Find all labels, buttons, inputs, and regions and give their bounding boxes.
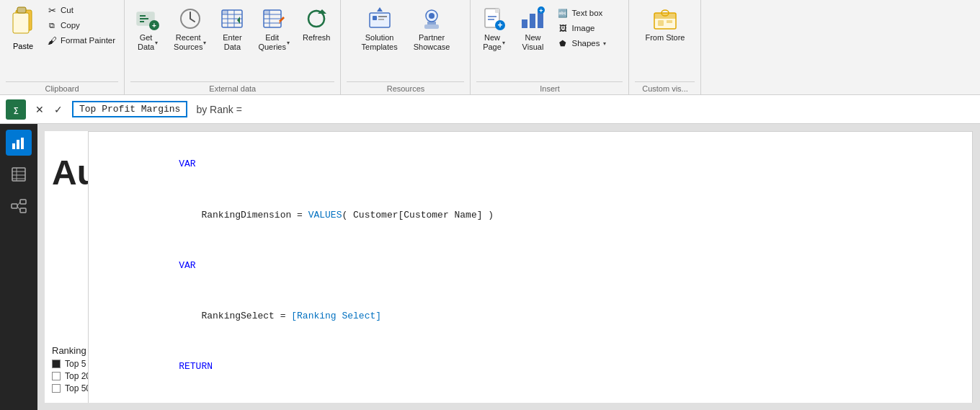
svg-rect-60	[20, 208, 26, 213]
enter-data-button[interactable]: EnterData	[215, 3, 249, 55]
enter-data-label: EnterData	[223, 33, 241, 52]
formula-actions: ✕ ✓	[32, 102, 66, 117]
left-sidebar	[0, 124, 37, 410]
refresh-icon	[303, 6, 329, 32]
copy-label: Copy	[61, 21, 80, 30]
insert-small-buttons: 🔤 Text box 🖼 Image ⬟ Shapes ▾	[554, 6, 623, 50]
partner-showcase-button[interactable]: PartnerShowcase	[409, 3, 455, 55]
new-visual-button[interactable]: + NewVisual	[515, 3, 550, 55]
svg-rect-22	[264, 10, 270, 14]
new-page-button[interactable]: + NewPage ▾	[476, 3, 511, 55]
insert-content: + NewPage ▾ +	[476, 3, 623, 80]
format-painter-icon: 🖌	[46, 35, 58, 46]
edit-queries-button[interactable]: EditQueries ▾	[254, 3, 294, 55]
text-box-button[interactable]: 🔤 Text box	[554, 6, 623, 20]
svg-line-61	[17, 202, 20, 206]
image-icon: 🖼	[557, 22, 569, 34]
enter-data-icon	[219, 6, 245, 32]
recent-sources-button[interactable]: RecentSources ▾	[169, 3, 210, 55]
refresh-label: Refresh	[303, 33, 331, 43]
top50-checkbox[interactable]	[52, 384, 61, 393]
recent-sources-label: RecentSources	[174, 33, 202, 52]
custom-vis-label: Custom vis...	[635, 81, 695, 93]
svg-rect-59	[20, 200, 26, 204]
top20-label: Top 20	[65, 371, 91, 381]
paste-button[interactable]: Paste	[6, 3, 40, 53]
canvas-area: Auto Ranking Top 5 Top 20 Top 50	[37, 124, 980, 410]
svg-text:+: +	[540, 7, 543, 14]
shapes-button[interactable]: ⬟ Shapes ▾	[554, 36, 623, 50]
resources-group: SolutionTemplates PartnerShowcase Resour…	[341, 0, 471, 94]
copy-button[interactable]: ⧉ Copy	[43, 18, 118, 32]
top5-label: Top 5	[65, 359, 86, 369]
image-button[interactable]: 🖼 Image	[554, 21, 623, 35]
measure-icon: ∑	[6, 99, 26, 120]
copy-icon: ⧉	[46, 19, 58, 31]
main-area: Auto Ranking Top 5 Top 20 Top 50	[0, 124, 980, 410]
dax-line-5: RETURN	[100, 342, 961, 392]
cut-label: Cut	[61, 6, 74, 14]
paste-icon	[10, 6, 36, 40]
svg-rect-25	[373, 16, 377, 20]
sidebar-icon-chart[interactable]	[6, 130, 32, 156]
dax-formula-overlay[interactable]: VAR RankingDimension = VALUES( Customer[…	[88, 131, 973, 403]
clipboard-content: Paste ✂ Cut ⧉ Copy 🖌 Format Painter	[6, 3, 118, 80]
svg-rect-58	[12, 204, 17, 208]
svg-rect-4	[140, 15, 146, 17]
insert-label: Insert	[476, 81, 623, 93]
dax-line-2: RankingDimension = VALUES( Customer[Cust…	[100, 190, 961, 240]
sidebar-icon-table[interactable]	[6, 161, 32, 187]
refresh-button[interactable]: Refresh	[298, 3, 335, 45]
clipboard-group: Paste ✂ Cut ⧉ Copy 🖌 Format Painter Clip…	[0, 0, 125, 94]
formula-confirm-button[interactable]: ✓	[50, 102, 66, 117]
svg-rect-31	[427, 22, 436, 24]
svg-rect-38	[522, 19, 527, 28]
insert-group: + NewPage ▾ +	[471, 0, 629, 94]
cut-icon: ✂	[46, 4, 58, 16]
get-data-arrow: ▾	[155, 40, 158, 46]
ranking-label: Ranking	[52, 345, 91, 356]
from-store-button[interactable]: From Store	[641, 3, 689, 45]
svg-rect-2	[17, 7, 26, 13]
solution-templates-button[interactable]: SolutionTemplates	[357, 3, 402, 55]
solution-templates-icon	[367, 6, 393, 32]
get-data-button[interactable]: + GetData ▾	[130, 3, 165, 55]
new-page-icon: +	[481, 6, 507, 32]
svg-rect-16	[222, 10, 228, 14]
svg-point-29	[429, 13, 435, 19]
top20-checkbox[interactable]	[52, 372, 61, 380]
formula-name-box[interactable]: Top Profit Margins	[72, 101, 187, 117]
sidebar-icon-model[interactable]	[6, 193, 32, 219]
svg-rect-52	[21, 138, 24, 149]
top5-checkbox[interactable]	[52, 360, 61, 368]
custom-vis-group: From Store Custom vis...	[629, 0, 701, 94]
svg-rect-5	[140, 18, 148, 19]
new-visual-label: NewVisual	[522, 33, 544, 52]
svg-rect-51	[17, 140, 19, 149]
svg-text:∑: ∑	[13, 106, 18, 115]
svg-text:+: +	[152, 22, 156, 30]
shapes-label: Shapes	[571, 39, 600, 48]
cut-button[interactable]: ✂ Cut	[43, 3, 118, 17]
get-data-label: GetData	[138, 33, 154, 52]
dax-line-3: VAR	[100, 240, 961, 290]
ranking-panel: Ranking Top 5 Top 20 Top 50	[52, 345, 91, 396]
new-page-label: NewPage	[483, 33, 502, 52]
shapes-icon: ⬟	[557, 37, 569, 49]
format-painter-button[interactable]: 🖌 Format Painter	[43, 33, 118, 48]
svg-rect-30	[424, 24, 439, 29]
recent-sources-icon	[177, 6, 203, 32]
edit-queries-label: EditQueries	[258, 33, 286, 52]
ranking-item-top20: Top 20	[52, 371, 91, 381]
dax-line-1: VAR	[100, 139, 961, 190]
from-store-icon	[652, 6, 678, 32]
get-data-icon: +	[135, 6, 161, 32]
text-box-label: Text box	[571, 9, 602, 17]
new-page-arrow: ▾	[502, 40, 505, 46]
image-label: Image	[571, 24, 594, 32]
formula-cancel-button[interactable]: ✕	[32, 102, 48, 117]
format-painter-label: Format Painter	[61, 36, 115, 45]
dax-line-6: CALCULATE( [Profit Margins],	[100, 392, 961, 403]
svg-rect-50	[12, 143, 15, 149]
svg-rect-39	[530, 14, 535, 28]
